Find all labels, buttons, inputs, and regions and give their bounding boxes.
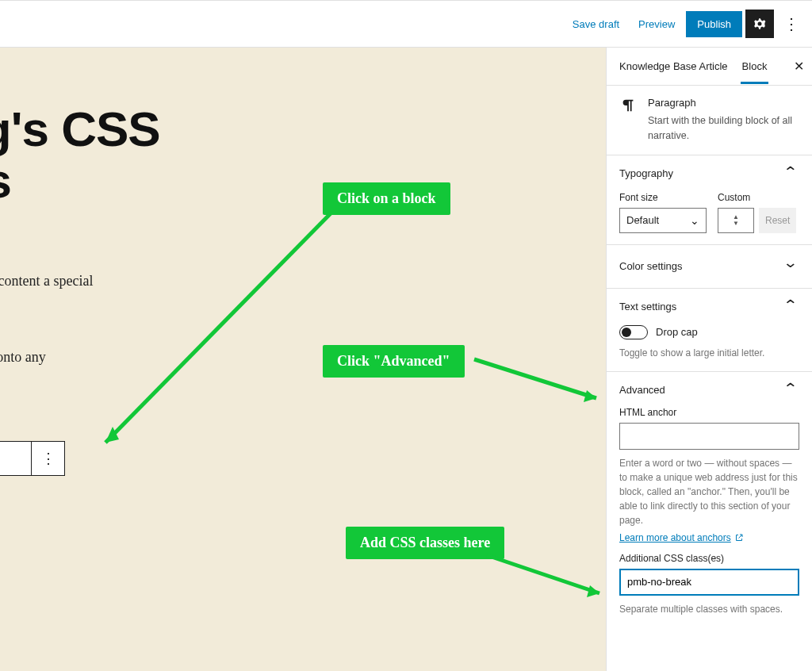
chevron-down-icon: [785, 259, 799, 274]
gear-icon: [752, 16, 768, 32]
preview-link[interactable]: Preview: [630, 12, 683, 36]
block-description: Start with the building block of all nar…: [648, 113, 799, 144]
custom-size-label: Custom: [718, 192, 796, 203]
chevron-down-icon: [690, 214, 699, 227]
color-panel: Color settings: [607, 245, 812, 289]
text-settings-panel: Text settings Drop cap Toggle to show a …: [607, 289, 812, 372]
block-name: Paragraph: [648, 97, 799, 109]
annotation-arrow: [0, 0, 634, 635]
kebab-icon: [783, 14, 799, 33]
learn-more-anchors-link[interactable]: Learn more about anchors: [619, 532, 744, 543]
external-link-icon: [734, 533, 744, 543]
settings-button[interactable]: [745, 10, 774, 38]
sidebar-tabs: Knowledge Base Article Block ✕: [607, 48, 812, 86]
html-anchor-label: HTML anchor: [619, 407, 799, 418]
color-toggle[interactable]: Color settings: [619, 259, 799, 274]
custom-size-input[interactable]: ▲▼: [718, 208, 754, 233]
stepper-icon: ▲▼: [733, 214, 739, 227]
publish-button[interactable]: Publish: [686, 11, 742, 37]
html-anchor-help: Enter a word or two — without spaces — t…: [619, 456, 799, 527]
svg-line-4: [487, 555, 599, 593]
close-sidebar-button[interactable]: ✕: [791, 57, 807, 76]
chevron-up-icon: [785, 167, 799, 181]
settings-sidebar: Knowledge Base Article Block ✕ Paragraph…: [606, 48, 812, 671]
chevron-up-icon: [785, 383, 799, 397]
advanced-toggle[interactable]: Advanced: [619, 383, 799, 397]
tab-document[interactable]: Knowledge Base Article: [618, 49, 730, 84]
additional-css-help: Separate multiple classes with spaces.: [619, 602, 799, 616]
tab-block[interactable]: Block: [741, 49, 769, 84]
drop-cap-label: Drop cap: [656, 326, 698, 338]
options-button[interactable]: [777, 10, 806, 38]
typography-toggle[interactable]: Typography: [619, 167, 799, 181]
additional-css-label: Additional CSS class(es): [619, 553, 799, 564]
html-anchor-input[interactable]: [619, 423, 799, 450]
reset-button[interactable]: Reset: [759, 208, 796, 233]
advanced-panel: Advanced HTML anchor Enter a word or two…: [607, 372, 812, 627]
drop-cap-help: Toggle to show a large initial letter.: [619, 346, 799, 360]
typography-panel: Typography Font size Default Custom ▲▼: [607, 155, 812, 245]
text-settings-toggle[interactable]: Text settings: [619, 300, 799, 314]
additional-css-input[interactable]: [619, 569, 799, 596]
block-card-panel: Paragraph Start with the building block …: [607, 86, 812, 155]
chevron-up-icon: [785, 300, 799, 314]
